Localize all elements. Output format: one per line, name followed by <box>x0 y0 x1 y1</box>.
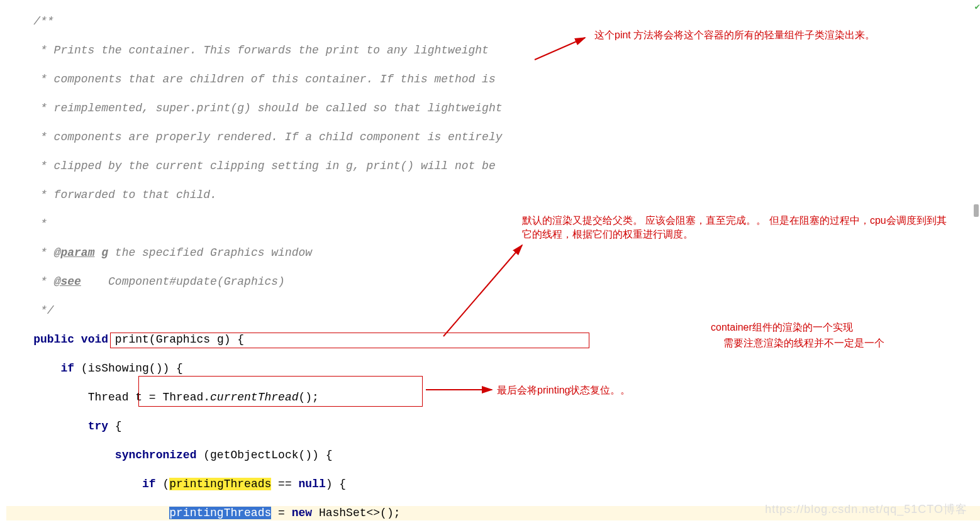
annotation-text-3: container组件的渲染的一个实现 <box>711 321 962 334</box>
javadoc-see: @see <box>54 275 81 288</box>
code-line: try { <box>6 419 980 434</box>
code-line: if (isShowing()) { <box>6 361 980 376</box>
comment: * Prints the container. This forwards th… <box>6 44 489 57</box>
comment: * components are properly rendered. If a… <box>6 131 503 143</box>
selection-printingThreads: printingThreads <box>169 507 271 519</box>
code-line: synchronized (getObjectLock()) { <box>6 448 980 463</box>
svg-line-0 <box>535 38 585 60</box>
annotation-box-2 <box>138 376 423 407</box>
code-line: if (printingThreads == null) { <box>6 477 980 492</box>
comment: * clipped by the current clipping settin… <box>6 160 496 172</box>
javadoc-param: @param <box>54 246 95 259</box>
annotation-text-1: 这个pint 方法将会将这个容器的所有的轻量组件子类渲染出来。 <box>594 28 947 42</box>
annotation-text-3b: 需要注意渲染的线程并不一定是一个 <box>723 336 975 350</box>
code-editor[interactable]: ✔ /** * Prints the container. This forwa… <box>0 0 980 523</box>
comment: */ <box>6 304 54 317</box>
comment: /** <box>6 15 54 28</box>
comment: * components that are children of this c… <box>6 73 496 85</box>
arrow-icon <box>440 242 535 343</box>
annotation-text-4: 最后会将printing状态复位。。 <box>497 383 717 397</box>
comment: * @param g the specified Graphics window <box>6 246 312 259</box>
arrow-icon <box>423 383 498 396</box>
comment: * reimplemented, super.print(g) should b… <box>6 102 503 114</box>
svg-line-1 <box>443 245 522 336</box>
watermark: https://blog.csdn.net/qq_51CTO博客 <box>765 502 967 517</box>
comment: * forwarded to that child. <box>6 189 217 201</box>
comment: * @see Component#update(Graphics) <box>6 275 285 288</box>
highlight-printingThreads: printingThreads <box>169 478 271 490</box>
annotation-text-2: 默认的渲染又提交给父类。 应该会阻塞，直至完成。。 但是在阻塞的过程中，cpu会… <box>522 214 950 241</box>
comment: * <box>6 217 47 230</box>
arrow-icon <box>532 35 594 72</box>
